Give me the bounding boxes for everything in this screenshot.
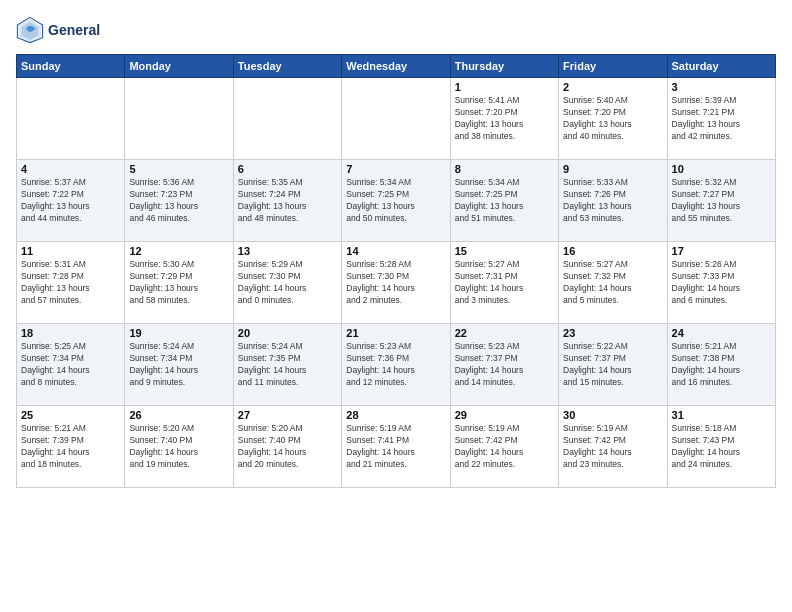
weekday-header-monday: Monday: [125, 55, 233, 78]
day-number: 13: [238, 245, 337, 257]
day-number: 24: [672, 327, 771, 339]
day-number: 12: [129, 245, 228, 257]
calendar-cell: [342, 78, 450, 160]
calendar-cell: 10Sunrise: 5:32 AM Sunset: 7:27 PM Dayli…: [667, 160, 775, 242]
day-info: Sunrise: 5:20 AM Sunset: 7:40 PM Dayligh…: [129, 423, 228, 471]
calendar-cell: 26Sunrise: 5:20 AM Sunset: 7:40 PM Dayli…: [125, 406, 233, 488]
day-number: 19: [129, 327, 228, 339]
day-info: Sunrise: 5:28 AM Sunset: 7:30 PM Dayligh…: [346, 259, 445, 307]
day-number: 4: [21, 163, 120, 175]
day-info: Sunrise: 5:30 AM Sunset: 7:29 PM Dayligh…: [129, 259, 228, 307]
day-number: 15: [455, 245, 554, 257]
day-info: Sunrise: 5:19 AM Sunset: 7:41 PM Dayligh…: [346, 423, 445, 471]
day-info: Sunrise: 5:37 AM Sunset: 7:22 PM Dayligh…: [21, 177, 120, 225]
day-info: Sunrise: 5:36 AM Sunset: 7:23 PM Dayligh…: [129, 177, 228, 225]
calendar-cell: 17Sunrise: 5:26 AM Sunset: 7:33 PM Dayli…: [667, 242, 775, 324]
day-number: 29: [455, 409, 554, 421]
logo: General: [16, 16, 100, 44]
day-info: Sunrise: 5:25 AM Sunset: 7:34 PM Dayligh…: [21, 341, 120, 389]
day-info: Sunrise: 5:35 AM Sunset: 7:24 PM Dayligh…: [238, 177, 337, 225]
day-info: Sunrise: 5:22 AM Sunset: 7:37 PM Dayligh…: [563, 341, 662, 389]
calendar-cell: 11Sunrise: 5:31 AM Sunset: 7:28 PM Dayli…: [17, 242, 125, 324]
calendar-cell: 31Sunrise: 5:18 AM Sunset: 7:43 PM Dayli…: [667, 406, 775, 488]
weekday-header-thursday: Thursday: [450, 55, 558, 78]
calendar-cell: 25Sunrise: 5:21 AM Sunset: 7:39 PM Dayli…: [17, 406, 125, 488]
day-info: Sunrise: 5:19 AM Sunset: 7:42 PM Dayligh…: [455, 423, 554, 471]
logo-icon: [16, 16, 44, 44]
calendar-cell: [233, 78, 341, 160]
day-number: 3: [672, 81, 771, 93]
weekday-header-tuesday: Tuesday: [233, 55, 341, 78]
day-info: Sunrise: 5:34 AM Sunset: 7:25 PM Dayligh…: [346, 177, 445, 225]
calendar-cell: 22Sunrise: 5:23 AM Sunset: 7:37 PM Dayli…: [450, 324, 558, 406]
day-info: Sunrise: 5:24 AM Sunset: 7:34 PM Dayligh…: [129, 341, 228, 389]
day-number: 30: [563, 409, 662, 421]
day-info: Sunrise: 5:33 AM Sunset: 7:26 PM Dayligh…: [563, 177, 662, 225]
page: General SundayMondayTuesdayWednesdayThur…: [0, 0, 792, 612]
day-number: 20: [238, 327, 337, 339]
calendar-cell: 7Sunrise: 5:34 AM Sunset: 7:25 PM Daylig…: [342, 160, 450, 242]
calendar-cell: 13Sunrise: 5:29 AM Sunset: 7:30 PM Dayli…: [233, 242, 341, 324]
day-info: Sunrise: 5:31 AM Sunset: 7:28 PM Dayligh…: [21, 259, 120, 307]
calendar-week-row: 11Sunrise: 5:31 AM Sunset: 7:28 PM Dayli…: [17, 242, 776, 324]
day-number: 9: [563, 163, 662, 175]
day-number: 2: [563, 81, 662, 93]
calendar-cell: 8Sunrise: 5:34 AM Sunset: 7:25 PM Daylig…: [450, 160, 558, 242]
day-info: Sunrise: 5:20 AM Sunset: 7:40 PM Dayligh…: [238, 423, 337, 471]
day-number: 23: [563, 327, 662, 339]
day-number: 18: [21, 327, 120, 339]
calendar-cell: 1Sunrise: 5:41 AM Sunset: 7:20 PM Daylig…: [450, 78, 558, 160]
calendar-cell: [125, 78, 233, 160]
day-info: Sunrise: 5:23 AM Sunset: 7:36 PM Dayligh…: [346, 341, 445, 389]
day-info: Sunrise: 5:39 AM Sunset: 7:21 PM Dayligh…: [672, 95, 771, 143]
calendar-cell: 12Sunrise: 5:30 AM Sunset: 7:29 PM Dayli…: [125, 242, 233, 324]
calendar-cell: 16Sunrise: 5:27 AM Sunset: 7:32 PM Dayli…: [559, 242, 667, 324]
calendar-cell: [17, 78, 125, 160]
day-number: 17: [672, 245, 771, 257]
day-info: Sunrise: 5:26 AM Sunset: 7:33 PM Dayligh…: [672, 259, 771, 307]
logo-text: General: [48, 22, 100, 39]
calendar-cell: 28Sunrise: 5:19 AM Sunset: 7:41 PM Dayli…: [342, 406, 450, 488]
calendar-cell: 30Sunrise: 5:19 AM Sunset: 7:42 PM Dayli…: [559, 406, 667, 488]
day-number: 27: [238, 409, 337, 421]
day-number: 22: [455, 327, 554, 339]
calendar-cell: 2Sunrise: 5:40 AM Sunset: 7:20 PM Daylig…: [559, 78, 667, 160]
day-info: Sunrise: 5:23 AM Sunset: 7:37 PM Dayligh…: [455, 341, 554, 389]
day-number: 21: [346, 327, 445, 339]
day-number: 6: [238, 163, 337, 175]
day-number: 8: [455, 163, 554, 175]
day-info: Sunrise: 5:27 AM Sunset: 7:31 PM Dayligh…: [455, 259, 554, 307]
day-number: 31: [672, 409, 771, 421]
weekday-header-saturday: Saturday: [667, 55, 775, 78]
calendar-cell: 5Sunrise: 5:36 AM Sunset: 7:23 PM Daylig…: [125, 160, 233, 242]
calendar-cell: 21Sunrise: 5:23 AM Sunset: 7:36 PM Dayli…: [342, 324, 450, 406]
day-number: 7: [346, 163, 445, 175]
calendar-cell: 24Sunrise: 5:21 AM Sunset: 7:38 PM Dayli…: [667, 324, 775, 406]
calendar-cell: 4Sunrise: 5:37 AM Sunset: 7:22 PM Daylig…: [17, 160, 125, 242]
weekday-header-wednesday: Wednesday: [342, 55, 450, 78]
day-info: Sunrise: 5:24 AM Sunset: 7:35 PM Dayligh…: [238, 341, 337, 389]
weekday-header-row: SundayMondayTuesdayWednesdayThursdayFrid…: [17, 55, 776, 78]
day-number: 5: [129, 163, 228, 175]
calendar-week-row: 25Sunrise: 5:21 AM Sunset: 7:39 PM Dayli…: [17, 406, 776, 488]
calendar-cell: 14Sunrise: 5:28 AM Sunset: 7:30 PM Dayli…: [342, 242, 450, 324]
calendar-cell: 9Sunrise: 5:33 AM Sunset: 7:26 PM Daylig…: [559, 160, 667, 242]
day-info: Sunrise: 5:40 AM Sunset: 7:20 PM Dayligh…: [563, 95, 662, 143]
calendar-cell: 15Sunrise: 5:27 AM Sunset: 7:31 PM Dayli…: [450, 242, 558, 324]
day-number: 26: [129, 409, 228, 421]
day-number: 28: [346, 409, 445, 421]
calendar-cell: 19Sunrise: 5:24 AM Sunset: 7:34 PM Dayli…: [125, 324, 233, 406]
header: General: [16, 16, 776, 44]
weekday-header-friday: Friday: [559, 55, 667, 78]
day-number: 10: [672, 163, 771, 175]
day-info: Sunrise: 5:41 AM Sunset: 7:20 PM Dayligh…: [455, 95, 554, 143]
day-info: Sunrise: 5:29 AM Sunset: 7:30 PM Dayligh…: [238, 259, 337, 307]
day-number: 11: [21, 245, 120, 257]
day-number: 1: [455, 81, 554, 93]
day-info: Sunrise: 5:32 AM Sunset: 7:27 PM Dayligh…: [672, 177, 771, 225]
calendar-cell: 23Sunrise: 5:22 AM Sunset: 7:37 PM Dayli…: [559, 324, 667, 406]
calendar-cell: 29Sunrise: 5:19 AM Sunset: 7:42 PM Dayli…: [450, 406, 558, 488]
day-number: 25: [21, 409, 120, 421]
calendar-week-row: 1Sunrise: 5:41 AM Sunset: 7:20 PM Daylig…: [17, 78, 776, 160]
calendar-cell: 20Sunrise: 5:24 AM Sunset: 7:35 PM Dayli…: [233, 324, 341, 406]
